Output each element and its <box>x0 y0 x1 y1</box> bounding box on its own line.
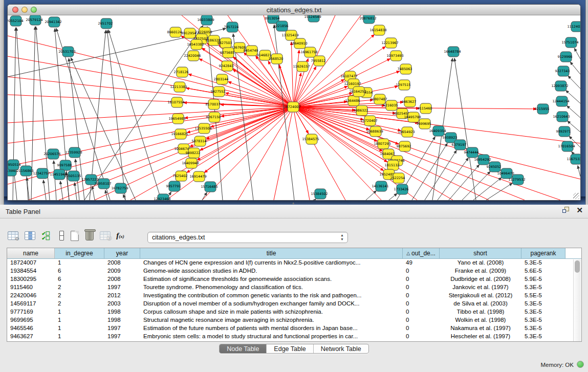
new-column-icon[interactable] <box>69 229 81 242</box>
table-row[interactable]: 2242004622012Investigating the contribut… <box>7 292 581 300</box>
graph-node[interactable]: 20552104 <box>8 16 24 26</box>
graph-node[interactable]: 13950514 <box>8 160 21 170</box>
graph-node[interactable]: 9892971 <box>556 126 571 137</box>
graph-node[interactable]: 2718126 <box>174 67 189 77</box>
graph-node[interactable]: 18107554 <box>167 97 184 107</box>
graph-node-label: 12213967 <box>381 41 398 45</box>
table-cell: 1997 <box>104 283 140 292</box>
graph-node[interactable]: 10688639 <box>366 126 383 137</box>
graph-node[interactable]: 16409948 <box>182 158 199 168</box>
graph-node[interactable]: 16782759 <box>111 183 128 193</box>
column-header-out_de[interactable]: △out_de... <box>403 248 440 258</box>
graph-node[interactable]: 15751074 <box>561 37 578 48</box>
graph-node[interactable]: 9227343 <box>555 66 570 76</box>
graph-node[interactable]: 10807487 <box>370 94 387 104</box>
graph-node[interactable]: 17016504 <box>558 141 575 151</box>
graph-node[interactable]: 7625402 <box>173 171 188 181</box>
table-vertical-scrollbar[interactable] <box>573 259 581 341</box>
panel-splitter-handle[interactable]: ▴ <box>290 201 297 205</box>
graph-node[interactable]: 16154838 <box>369 25 386 35</box>
graph-node[interactable]: 14136141 <box>372 181 388 191</box>
column-header-name[interactable]: name <box>7 248 55 258</box>
graph-node[interactable]: 9129966 <box>558 52 573 62</box>
graph-node[interactable]: 9463627 <box>402 97 417 107</box>
network-canvas[interactable]: 1872400786601248912954232260583827503165… <box>8 15 580 200</box>
graph-node[interactable]: 20941342 <box>45 17 61 27</box>
graph-node[interactable]: 12213967 <box>381 38 398 48</box>
delete-table-icon[interactable]: ⓧ <box>99 229 111 242</box>
table-row[interactable]: 911546021997Tourette syndrome. Phenomeno… <box>7 283 581 292</box>
graph-node[interactable]: 1733426 <box>394 184 409 194</box>
graph-node[interactable]: 1297515 <box>396 80 411 90</box>
graph-node[interactable]: 16210643 <box>553 112 570 122</box>
graph-node[interactable]: 12923468 <box>154 194 170 200</box>
graph-node[interactable]: 20876812 <box>359 15 376 24</box>
graph-node[interactable]: 15716485 <box>201 182 217 192</box>
table-settings-icon[interactable]: ⚙ <box>7 229 19 242</box>
show-selected-rows-icon[interactable] <box>55 229 68 242</box>
tab-edge-table[interactable]: Edge Table <box>267 344 313 353</box>
graph-node[interactable]: 15384502 <box>311 189 328 199</box>
graph-node[interactable]: 13535504 <box>194 123 211 134</box>
graph-node[interactable]: 12342757 <box>33 168 50 179</box>
graph-node[interactable]: 9115460 <box>418 103 432 114</box>
table-selector-dropdown[interactable]: citations_edges.txt ▲▼ <box>147 232 348 243</box>
table-row[interactable]: 1456911722003Disruption of a novel membe… <box>7 300 581 308</box>
graph-node[interactable]: 20579124 <box>26 15 42 25</box>
graph-node[interactable]: 16648784 <box>444 47 461 57</box>
graph-node[interactable]: 8267150 <box>206 112 221 122</box>
tab-node-table[interactable]: Node Table <box>220 344 267 353</box>
select-all-rows-icon[interactable]: ✔☐✔☐ <box>39 229 52 242</box>
graph-node[interactable]: 11124021 <box>567 21 580 32</box>
graph-node[interactable]: 11626157 <box>293 61 310 72</box>
graph-node[interactable]: 8660124 <box>167 27 182 37</box>
window-resize-grip[interactable] <box>573 193 579 199</box>
table-row[interactable]: 1830029562008Estimation of significance … <box>7 275 581 283</box>
scrollbar-thumb[interactable] <box>575 260 580 273</box>
network-window-titlebar[interactable]: citations_edges.txt <box>8 5 580 15</box>
column-header-year[interactable]: year <box>104 248 140 258</box>
graph-node[interactable]: 20531703 <box>58 47 75 57</box>
graph-node[interactable]: 15124549 <box>304 15 321 22</box>
function-builder-icon[interactable]: f(x) <box>114 229 126 242</box>
graph-node[interactable]: 11675330 <box>567 154 580 164</box>
graph-node[interactable]: 16033809 <box>197 15 214 25</box>
graph-node[interactable]: 9875692 <box>397 141 411 151</box>
delete-column-icon[interactable] <box>83 229 96 242</box>
graph-node[interactable]: 8170037 <box>206 99 221 110</box>
graph-node[interactable]: 16914479 <box>189 171 206 182</box>
select-columns-icon[interactable] <box>24 229 36 242</box>
graph-node[interactable]: 7986322 <box>354 105 368 116</box>
table-row[interactable]: 1872400712008Changes of HCN gene express… <box>7 259 581 267</box>
graph-edge <box>75 183 77 200</box>
memory-status-indicator[interactable] <box>577 361 584 368</box>
column-header-pagerank[interactable]: pagerank <box>521 248 565 258</box>
table-row[interactable]: 1938455462009Genome-wide association stu… <box>7 267 581 275</box>
graph-node[interactable]: 9857791 <box>166 181 181 191</box>
table-row[interactable]: 969969511998Structural magnetic resonanc… <box>7 316 581 324</box>
table-row[interactable]: 946362711997Embryonic stem cells: a mode… <box>7 333 581 341</box>
graph-node[interactable]: 15384575 <box>302 134 319 144</box>
graph-node[interactable]: 19166825 <box>171 129 188 139</box>
graph-node[interactable]: 22420046 <box>184 51 201 61</box>
graph-node[interactable]: 17359928 <box>65 147 82 158</box>
graph-node[interactable]: 16409354 <box>429 126 446 136</box>
column-header-title[interactable]: title <box>140 248 403 258</box>
column-header-in_degree[interactable]: in_degree <box>55 248 104 258</box>
graph-node[interactable]: 12444154 <box>552 96 569 106</box>
column-header-short[interactable]: short <box>440 248 521 258</box>
float-panel-icon[interactable] <box>562 207 570 214</box>
graph-node[interactable]: 2651702 <box>98 18 113 29</box>
table-row[interactable]: 946554611997Estimation of the future num… <box>7 324 581 333</box>
tab-network-table[interactable]: Network Table <box>314 344 368 353</box>
graph-node[interactable]: 9097588 <box>57 160 72 170</box>
graph-node[interactable]: 8215955 <box>535 104 550 114</box>
graph-node[interactable]: 7857224 <box>224 22 239 32</box>
graph-node[interactable]: 19654923 <box>398 127 415 137</box>
close-panel-icon[interactable]: ✕ <box>576 207 583 214</box>
table-row[interactable]: 977716911998Corpus callosum shape and si… <box>7 308 581 316</box>
graph-node[interactable]: 12213383 <box>170 82 187 92</box>
graph-node[interactable]: 7485063 <box>398 64 412 74</box>
graph-node[interactable]: 9242843 <box>219 61 234 71</box>
graph-node[interactable]: 12093872 <box>551 81 568 91</box>
